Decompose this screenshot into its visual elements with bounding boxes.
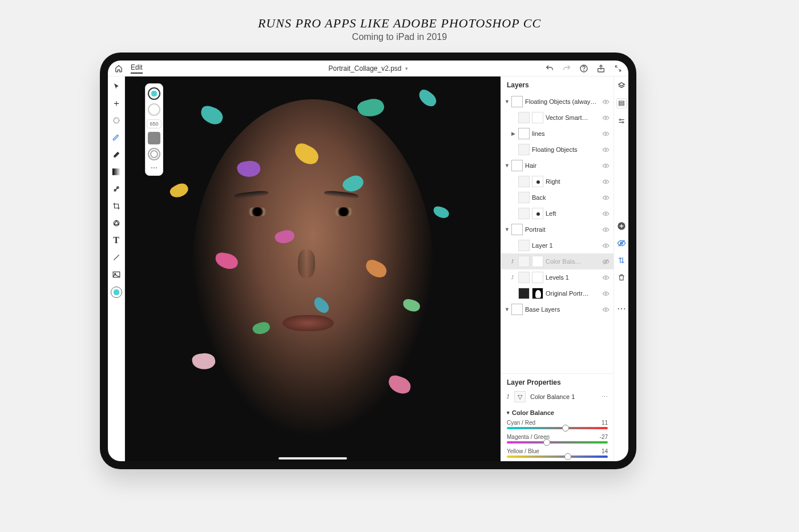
layer-list[interactable]: ▼Floating Objects (alway…Vector Smart…▶l…	[501, 94, 614, 373]
layer-row[interactable]: Right	[501, 174, 614, 190]
layer-group[interactable]: ▼Hair	[501, 158, 614, 174]
svg-point-11	[605, 117, 607, 119]
home-indicator[interactable]	[279, 457, 347, 460]
layer-row[interactable]: ▶lines	[501, 126, 614, 142]
layer-properties-title: Layer Properties	[501, 373, 614, 389]
layer-group[interactable]: ▼Portrait	[501, 221, 614, 237]
healing-tool-icon[interactable]	[111, 184, 122, 194]
adjustment-icon: ⤴	[507, 394, 510, 400]
document-name[interactable]: Portrait_Collage_v2.psd	[328, 65, 401, 72]
more-icon[interactable]: ⋯	[602, 393, 608, 401]
svg-point-13	[605, 149, 607, 151]
gradient-tool-icon[interactable]	[111, 167, 122, 177]
artwork-portrait	[125, 76, 501, 461]
visibility-off-icon[interactable]	[617, 239, 626, 248]
svg-point-12	[605, 133, 607, 135]
svg-rect-4	[112, 168, 120, 175]
layer-row[interactable]: Vector Smart…	[501, 110, 614, 126]
current-layer-name: Color Balance 1	[530, 393, 597, 400]
layer-row[interactable]: ⤴Levels 1	[501, 269, 614, 285]
svg-point-28	[622, 122, 623, 123]
svg-point-22	[605, 293, 607, 295]
canvas[interactable]: 650 ⋯	[125, 76, 501, 461]
svg-point-15	[605, 181, 607, 183]
help-icon[interactable]	[579, 64, 588, 73]
layers-icon[interactable]	[617, 81, 626, 90]
properties-icon[interactable]	[616, 98, 627, 108]
svg-point-17	[605, 213, 607, 215]
adjustment-thumb: ▽	[514, 391, 526, 402]
marketing-subheadline: Coming to iPad in 2019	[0, 32, 799, 42]
layer-row[interactable]: Floating Objects	[501, 142, 614, 158]
color-swatch-tool[interactable]	[111, 287, 122, 298]
svg-point-16	[605, 197, 607, 199]
color-balance-slider[interactable]: Yellow / Blue14	[501, 447, 614, 461]
color-balance-slider[interactable]: Cyan / Red11	[501, 418, 614, 433]
share-icon[interactable]	[596, 64, 606, 73]
fullscreen-icon[interactable]	[614, 64, 623, 73]
svg-point-10	[605, 101, 607, 103]
svg-point-14	[605, 165, 607, 167]
svg-rect-24	[619, 101, 624, 102]
right-rail: ⇅ ⋯	[614, 76, 628, 461]
layers-title: Layers	[501, 76, 614, 94]
layers-panel: Layers ▼Floating Objects (alway…Vector S…	[501, 76, 614, 461]
svg-point-27	[619, 119, 620, 120]
svg-point-23	[605, 309, 607, 311]
image-tool-icon[interactable]	[111, 269, 122, 280]
menu-icon[interactable]: ⋯	[617, 304, 626, 313]
svg-point-18	[605, 229, 607, 231]
trash-icon[interactable]	[617, 273, 626, 282]
layer-row[interactable]: Layer 1	[501, 237, 614, 253]
home-icon[interactable]	[114, 64, 124, 73]
adjustments-icon[interactable]	[617, 116, 626, 126]
svg-point-1	[584, 70, 584, 71]
undo-icon[interactable]	[545, 64, 554, 73]
eraser-tool-icon[interactable]	[111, 150, 122, 160]
edit-menu[interactable]: Edit	[131, 63, 143, 74]
chevron-down-icon[interactable]: ▾	[405, 66, 408, 71]
line-tool-icon[interactable]	[111, 252, 122, 263]
layer-row[interactable]: ⤴Color Bala…	[501, 253, 614, 269]
ipad-frame: Edit Portrait_Collage_v2.psd ▾ ＋	[100, 53, 636, 469]
shape-tool-icon[interactable]	[111, 218, 122, 228]
layer-row[interactable]: Original Portr…	[501, 285, 614, 301]
color-balance-slider[interactable]: Magenta / Green-27	[501, 433, 614, 447]
layer-row[interactable]: Back	[501, 190, 614, 205]
color-balance-header[interactable]: ▾ Color Balance	[501, 405, 614, 418]
crop-tool-icon[interactable]	[111, 201, 122, 211]
svg-rect-26	[619, 104, 624, 106]
move-tool-icon[interactable]	[111, 81, 122, 91]
reorder-icon[interactable]: ⇅	[617, 256, 626, 265]
svg-point-19	[605, 245, 607, 247]
left-toolbar: ＋ T	[108, 76, 125, 461]
type-tool-icon[interactable]: T	[111, 235, 122, 245]
svg-point-21	[605, 277, 607, 279]
layer-group[interactable]: ▼Floating Objects (alway…	[501, 94, 614, 110]
lasso-tool-icon[interactable]	[111, 115, 122, 126]
add-layer-icon[interactable]	[617, 221, 626, 231]
redo-icon[interactable]	[562, 64, 571, 73]
add-tool-icon[interactable]: ＋	[111, 98, 122, 108]
marketing-headline: Runs pro apps like Adobe Photoshop CC	[0, 16, 799, 31]
svg-rect-25	[619, 103, 624, 104]
layer-group[interactable]: ▼Base Layers	[501, 301, 614, 317]
brush-tool-icon[interactable]	[111, 132, 122, 143]
layer-row[interactable]: Left	[501, 205, 614, 221]
layer-properties-current: ⤴ ▽ Color Balance 1 ⋯	[501, 389, 614, 405]
top-bar: Edit Portrait_Collage_v2.psd ▾	[108, 61, 628, 76]
svg-point-3	[114, 118, 119, 123]
